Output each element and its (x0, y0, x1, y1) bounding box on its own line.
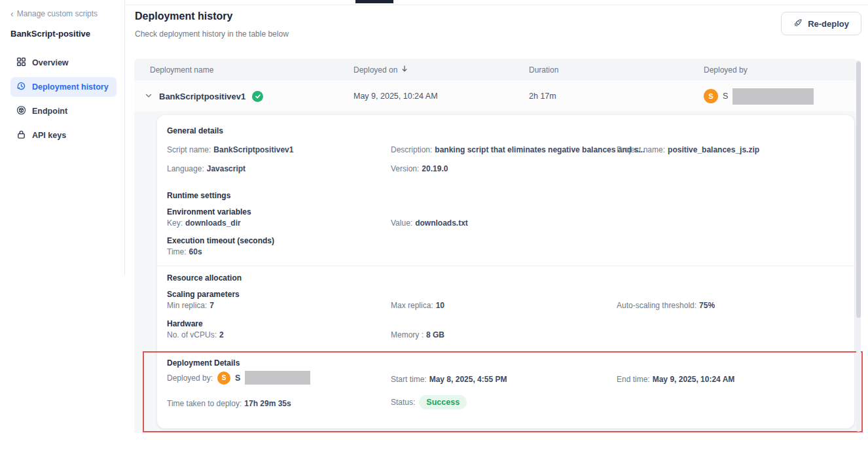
page-subtitle: Check deployment history in the table be… (135, 29, 289, 39)
lock-icon (16, 130, 26, 141)
vertical-scrollbar (856, 60, 861, 432)
top-divider (124, 5, 868, 5)
page-title: Deployment history (135, 10, 232, 22)
resource-allocation-heading: Resource allocation (167, 273, 242, 283)
history-icon (16, 81, 26, 93)
env-row: Key:downloads_dir Value:downloads.txt (157, 218, 854, 230)
sidebar-item-label: Endpoint (32, 107, 67, 116)
sidebar: ‹ Manage custom scripts BankScript-posit… (0, 0, 124, 450)
sidebar-item-label: Overview (32, 58, 69, 67)
column-header-duration: Duration (529, 65, 704, 75)
description-value: banking script that eliminates negative … (435, 145, 645, 154)
threshold-value: 75% (699, 301, 715, 310)
column-header-deployed-on[interactable]: Deployed on (353, 65, 529, 75)
chevron-left-icon: ‹ (10, 10, 14, 17)
min-replica-value: 7 (209, 301, 214, 310)
language-value: Javascript (207, 164, 245, 173)
deployed-by-row: Deployed by: S S Start time:May 8, 2025,… (157, 373, 854, 389)
deployment-detail-card: General details Script name:BankScriptpo… (157, 115, 854, 428)
deployment-name-cell: BankScriptpositivev1 (145, 91, 353, 102)
sidebar-item-endpoint[interactable]: Endpoint (10, 101, 117, 121)
version-value: 20.19.0 (422, 164, 448, 173)
success-check-icon (252, 91, 263, 102)
avatar: S (217, 372, 230, 385)
vcpus-value: 2 (219, 330, 224, 339)
column-header-deployed-by: Deployed by (704, 65, 858, 75)
duration-cell: 2h 17m (529, 92, 704, 101)
deployed-by-initial: S (723, 92, 728, 101)
sidebar-item-overview[interactable]: Overview (10, 53, 117, 73)
timeout-value: 60s (189, 247, 202, 256)
expanded-row-area: General details Script name:BankScriptpo… (134, 111, 858, 433)
general-row-1: Script name:BankScriptpositivev1 Descrip… (157, 145, 854, 157)
deployed-on-cell: May 9, 2025, 10:24 AM (353, 92, 529, 101)
environment-variables-heading: Environment variables (167, 207, 251, 216)
redeploy-button-label: Re-deploy (808, 19, 849, 29)
redacted-name (245, 371, 310, 385)
scrollbar-thumb[interactable] (856, 61, 861, 318)
deployment-details-heading: Deployment Details (167, 358, 240, 368)
back-link-label: Manage custom scripts (17, 9, 98, 18)
sidebar-item-label: API keys (32, 131, 66, 140)
avatar: S (704, 89, 718, 103)
time-taken-row: Time taken to deploy:17h 29m 35s Status:… (157, 396, 854, 412)
hardware-row: No. of vCPUs:2 Memory :8 GB (157, 330, 854, 342)
project-name: BankScript-positive (10, 29, 117, 39)
scaling-parameters-heading: Scaling parameters (167, 290, 240, 299)
general-row-2: Language:Javascript Version:20.19.0 (157, 164, 854, 176)
env-key-value: downloads_dir (185, 218, 241, 228)
sidebar-nav: Overview Deployment history Endpoint (10, 53, 117, 145)
deployment-table: Deployment name Deployed on Duration Dep… (134, 59, 858, 112)
app-window: ‹ Manage custom scripts BankScript-posit… (0, 0, 868, 450)
table-row[interactable]: BankScriptpositivev1 May 9, 2025, 10:24 … (134, 80, 858, 112)
hardware-heading: Hardware (167, 319, 203, 328)
rocket-icon (793, 18, 803, 29)
time-taken-value: 17h 29m 35s (244, 399, 291, 408)
end-time-value: May 9, 2025, 10:24 AM (653, 375, 735, 384)
deployed-by-initial: S (235, 373, 240, 383)
column-header-deployment-name: Deployment name (150, 65, 353, 75)
execution-timeout-heading: Execution timeout (seconds) (167, 236, 274, 245)
script-name-value: BankScriptpositivev1 (213, 145, 293, 154)
runtime-settings-heading: Runtime settings (167, 191, 230, 200)
start-time-value: May 8, 2025, 4:55 PM (429, 375, 507, 384)
deployment-name: BankScriptpositivev1 (159, 92, 245, 101)
grid-icon (16, 57, 26, 69)
sidebar-item-label: Deployment history (32, 82, 109, 92)
sort-desc-icon (401, 65, 408, 75)
chevron-down-icon[interactable] (145, 92, 153, 101)
env-value-value: downloads.txt (415, 218, 468, 228)
redeploy-button[interactable]: Re-deploy (781, 12, 861, 35)
deployed-by-cell: S S (704, 88, 858, 105)
general-details-heading: General details (167, 126, 223, 135)
timeout-row: Time:60s (157, 247, 854, 259)
project-file-value: positive_balances_js.zip (668, 145, 759, 154)
sidebar-item-deployment-history[interactable]: Deployment history (10, 77, 117, 97)
back-link[interactable]: ‹ Manage custom scripts (10, 9, 117, 18)
redacted-name (732, 88, 814, 105)
main-content: Deployment history Check deployment hist… (124, 0, 868, 450)
status-badge: Success (419, 395, 467, 409)
table-header-row: Deployment name Deployed on Duration Dep… (134, 59, 858, 80)
memory-value: 8 GB (426, 330, 444, 339)
section-divider (157, 266, 854, 266)
max-replica-value: 10 (436, 301, 444, 310)
scaling-row: Min replica:7 Max replica:10 Auto-scalin… (157, 301, 854, 313)
sidebar-item-api-keys[interactable]: API keys (10, 126, 117, 145)
endpoint-icon (16, 105, 26, 117)
